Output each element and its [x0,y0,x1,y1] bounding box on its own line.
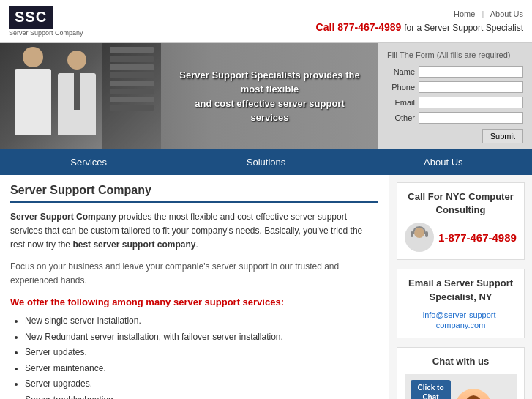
email-label: Email [387,98,415,107]
focus-paragraph: Focus on your business and leave your co… [10,260,378,288]
list-item: New single server installation. [25,313,378,329]
hero-text-line1: Server Support Specialists provides the … [179,70,359,95]
list-item: Server updates. [25,345,378,361]
nav-about[interactable]: About Us [355,149,532,175]
svg-point-0 [414,228,424,238]
best-bold: best server support company [72,239,195,250]
chat-btn-line1: Click to Chat [415,383,446,399]
name-row: Name [387,66,523,78]
services-list: New single server installation. New Redu… [10,313,378,399]
phone-suffix-text: for a Server Support Specialist [404,23,523,33]
submit-button[interactable]: Submit [482,129,523,143]
other-label: Other [387,113,415,122]
consulting-phone-number: 1-877-467-4989 [438,231,517,244]
hero-form: Fill The Form (All fills are required) N… [378,43,532,149]
nav-bar: Services Solutions About Us [0,149,532,175]
home-link[interactable]: Home [454,10,475,18]
phone-row: Phone [387,81,523,93]
chat-title: Chat with us [405,355,517,368]
email-input[interactable] [419,97,523,108]
nav-services[interactable]: Services [0,149,177,175]
chat-section: Chat with us Click to Chat Now! LIVE CHA… [397,347,525,399]
page-title: Server Support Company [10,184,378,203]
chat-person-icon [457,391,490,399]
hero-image [0,43,161,149]
sidebar: Call For NYC Computer Consulting 1-877-4… [389,175,532,399]
phone-icon [405,223,434,252]
consulting-section: Call For NYC Computer Consulting 1-877-4… [397,182,525,260]
svg-point-1 [411,239,428,250]
content-intro: Server Support Company provides the most… [10,210,378,253]
logo: SSC [9,6,53,29]
email-row: Email [387,97,523,108]
company-name-bold: Server Support Company [10,212,116,222]
nav-separator: | [482,10,484,18]
hero-section: Server Support Specialists provides the … [0,43,532,149]
header-nav: Home | About Us [316,10,523,18]
email-link[interactable]: info@server-support-company.com [423,310,498,329]
other-input[interactable] [419,112,523,124]
form-title: Fill The Form (All fills are required) [387,51,523,59]
chat-button[interactable]: Click to Chat Now! LIVE CHAT [411,380,451,399]
name-input[interactable] [419,66,523,78]
other-row: Other [387,112,523,124]
list-item: Server troubleshooting. [25,392,378,399]
list-item: New Redundant server installation, with … [25,329,378,346]
chat-person-image [455,389,492,399]
header-right: Home | About Us Call 877-467-4989 for a … [316,10,523,33]
main-content: Server Support Company Server Support Co… [0,175,532,399]
phone-call-label: Call [316,21,338,33]
phone-input[interactable] [419,81,523,93]
list-item: Server maintenance. [25,361,378,377]
email-section: Email a Server Support Specialist, NY in… [397,269,525,338]
headset-icon [406,224,432,250]
phone-label: Phone [387,83,415,92]
phone-number: 877-467-4989 [337,21,401,33]
services-title: We offer the following among many server… [10,297,378,307]
header-phone: Call 877-467-4989 for a Server Support S… [316,21,523,33]
list-item: Server upgrades. [25,376,378,392]
logo-subtitle: Server Support Company [9,29,83,37]
consulting-phone-area: 1-877-467-4989 [405,223,517,252]
email-title: Email a Server Support Specialist, NY [405,277,517,303]
content-area: Server Support Company Server Support Co… [0,175,389,399]
nav-solutions[interactable]: Solutions [177,149,354,175]
hero-text-line2: and cost effective server support servic… [195,98,344,124]
header: SSC Server Support Company Home | About … [0,0,532,43]
hero-text: Server Support Specialists provides the … [161,43,378,149]
logo-area: SSC Server Support Company [9,6,83,37]
about-link[interactable]: About Us [490,10,523,18]
chat-box: Click to Chat Now! LIVE CHAT [405,374,517,399]
name-label: Name [387,67,415,76]
consulting-title: Call For NYC Computer Consulting [405,190,517,217]
